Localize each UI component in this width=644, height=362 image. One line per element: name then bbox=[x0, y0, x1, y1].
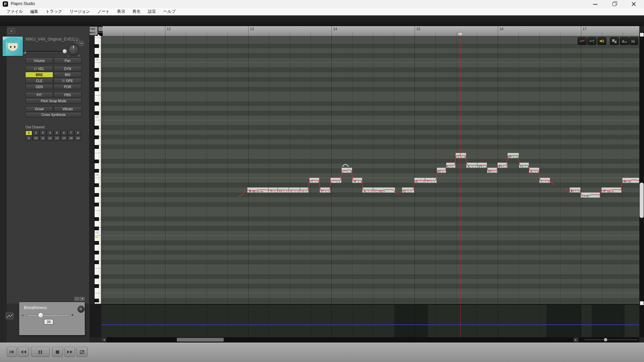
breathiness-slider-thumb[interactable] bbox=[38, 312, 44, 318]
note-4[interactable]: っ[...] bbox=[300, 187, 309, 193]
black-key[interactable] bbox=[95, 217, 99, 221]
note-19[interactable]: の[...] bbox=[477, 163, 487, 168]
black-key[interactable] bbox=[95, 275, 99, 279]
black-key[interactable] bbox=[95, 68, 99, 72]
vibrato-button[interactable]: Vibrato bbox=[54, 107, 82, 112]
pause-button[interactable] bbox=[31, 347, 50, 357]
stop-button[interactable] bbox=[52, 347, 63, 357]
bre-param-button[interactable]: BRE bbox=[25, 72, 53, 77]
menu-item-7[interactable]: 設定 bbox=[144, 8, 160, 15]
black-key[interactable] bbox=[95, 44, 99, 48]
note-27[interactable]: い[i] bbox=[581, 192, 600, 198]
dynamics-speaker-toggle[interactable] bbox=[597, 37, 606, 45]
black-key[interactable] bbox=[95, 160, 99, 163]
note-0[interactable]: きゅ[k' M] bbox=[247, 187, 268, 193]
volume-slider-thumb[interactable] bbox=[62, 49, 67, 54]
piano-roll[interactable]: きゅ[k' M]う[...]り[...]く[...]っ[...]て[...]た[… bbox=[101, 36, 639, 304]
black-key[interactable] bbox=[95, 260, 99, 264]
black-key[interactable] bbox=[95, 227, 99, 230]
pane-add-button[interactable]: + bbox=[74, 297, 79, 301]
black-key[interactable] bbox=[95, 78, 99, 81]
out-channel-1[interactable]: 1 bbox=[25, 130, 32, 135]
out-channel-5[interactable]: 5 bbox=[54, 130, 60, 135]
out-channel-10[interactable]: 10 bbox=[33, 136, 39, 141]
note-21[interactable]: わ[...] bbox=[497, 163, 507, 168]
black-key[interactable] bbox=[95, 193, 99, 197]
scroll-right-arrow[interactable]: ▶ bbox=[574, 338, 578, 342]
singer-avatar[interactable] bbox=[2, 36, 23, 56]
menu-item-1[interactable]: 編集 bbox=[26, 8, 42, 15]
por-param-button[interactable]: POR bbox=[54, 84, 82, 89]
note-11[interactable]: じ[dZ i] bbox=[373, 187, 395, 193]
zoom-slider-track[interactable] bbox=[584, 339, 638, 340]
out-channel-9[interactable]: 9 bbox=[25, 136, 32, 141]
phoneme-display-toggle[interactable]: [a] bbox=[629, 37, 638, 45]
note-7[interactable]: ご[...] bbox=[330, 178, 341, 183]
scroll-down-box[interactable] bbox=[640, 301, 644, 305]
black-key[interactable] bbox=[95, 241, 99, 245]
note-24[interactable]: ん[...] bbox=[529, 168, 539, 173]
kana-display-toggle[interactable]: あA bbox=[620, 37, 629, 45]
breathiness-slider-track[interactable] bbox=[27, 315, 69, 316]
go-to-start-button[interactable] bbox=[7, 347, 17, 357]
control-parameter-strip[interactable] bbox=[101, 304, 639, 337]
minimize-button[interactable] bbox=[590, 0, 601, 8]
vertical-scrollbar[interactable] bbox=[639, 32, 644, 337]
pitch-snap-mode-button[interactable]: Pitch Snap Mode bbox=[25, 98, 82, 104]
close-button[interactable] bbox=[628, 0, 639, 8]
note-23[interactable]: ら[...] bbox=[519, 163, 529, 168]
vibrato-line-toggle[interactable]: v bbox=[587, 37, 596, 45]
note-26[interactable]: れ[...] bbox=[570, 187, 581, 193]
vertical-scroll-thumb[interactable] bbox=[640, 183, 644, 218]
black-key[interactable] bbox=[95, 111, 99, 115]
decrease-button[interactable]: − bbox=[21, 313, 24, 318]
black-key[interactable] bbox=[95, 284, 99, 288]
restore-button[interactable] bbox=[609, 0, 620, 8]
scroll-left-arrow[interactable]: ◀ bbox=[102, 338, 106, 342]
cle-param-button[interactable]: CLE bbox=[25, 78, 53, 83]
note-6[interactable]: た[...] bbox=[320, 187, 330, 193]
menu-item-5[interactable]: 表示 bbox=[113, 8, 129, 15]
out-channel-4[interactable]: 4 bbox=[47, 130, 53, 135]
note-9[interactable]: さ[...] bbox=[352, 178, 362, 183]
gen-param-button[interactable]: GEN bbox=[25, 84, 53, 89]
cross-synthesis-button[interactable]: Cross Synthesis bbox=[25, 112, 82, 117]
phoneme-singer-toggle[interactable]: PS bbox=[610, 37, 619, 45]
note-22[interactable]: か[...] bbox=[507, 153, 519, 158]
loop-button[interactable] bbox=[76, 347, 88, 357]
black-key[interactable] bbox=[95, 126, 99, 129]
out-channel-11[interactable]: 11 bbox=[40, 136, 46, 141]
menu-item-6[interactable]: 再生 bbox=[129, 8, 144, 15]
note-17[interactable]: て[...] bbox=[455, 153, 466, 158]
note-12[interactable]: な[...] bbox=[402, 187, 414, 193]
timeline-ruler[interactable]: 121314151617 bbox=[103, 26, 639, 36]
ope-param-button[interactable]: OPE bbox=[54, 78, 82, 83]
volume-slider-track[interactable] bbox=[27, 51, 64, 52]
black-key[interactable] bbox=[95, 145, 99, 149]
collapse-panel-button[interactable]: « bbox=[98, 27, 103, 31]
pit-param-button[interactable]: PIT bbox=[25, 92, 53, 98]
note-1[interactable]: う[...] bbox=[268, 187, 278, 193]
add-track-button[interactable]: + bbox=[8, 28, 15, 34]
note-13[interactable]: ん[...] bbox=[414, 178, 425, 183]
out-channel-3[interactable]: 3 bbox=[40, 130, 46, 135]
note-20[interactable]: か[...] bbox=[487, 168, 497, 173]
pan-tab-button[interactable]: Pan bbox=[54, 58, 82, 64]
out-channel-8[interactable]: 8 bbox=[74, 130, 81, 135]
horizontal-scrollbar[interactable]: ◀ ▶ bbox=[101, 337, 639, 343]
black-key[interactable] bbox=[95, 102, 99, 106]
note-28[interactable]: ぞ[dz o] bbox=[601, 187, 622, 193]
out-channel-15[interactable]: 15 bbox=[67, 136, 74, 141]
note-3[interactable]: く[...] bbox=[289, 187, 300, 193]
volume-tab-button[interactable]: Volume bbox=[25, 58, 53, 64]
zoom-slider-handle[interactable] bbox=[604, 338, 607, 342]
black-key[interactable] bbox=[95, 135, 99, 139]
out-channel-2[interactable]: 2 bbox=[33, 130, 39, 135]
out-channel-12[interactable]: 12 bbox=[47, 136, 53, 141]
breathiness-value[interactable]: 39 bbox=[44, 319, 53, 324]
black-key[interactable] bbox=[95, 183, 99, 187]
black-key[interactable] bbox=[95, 251, 99, 254]
note-10[interactable]: ん[...] bbox=[362, 187, 373, 193]
bri-param-button[interactable]: BRI bbox=[54, 72, 82, 77]
pitch-line-toggle[interactable] bbox=[578, 37, 587, 45]
